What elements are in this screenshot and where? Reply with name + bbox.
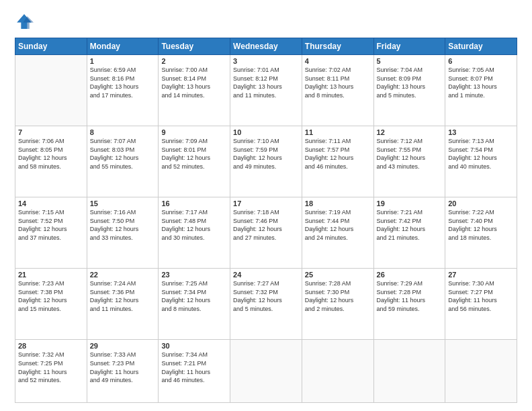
day-number: 1: [90, 57, 156, 65]
day-number: 20: [448, 199, 514, 208]
day-info: Sunrise: 7:15 AM Sunset: 7:52 PM Dayligh…: [18, 208, 84, 242]
day-info: Sunrise: 7:18 AM Sunset: 7:46 PM Dayligh…: [233, 208, 299, 242]
day-info: Sunrise: 7:21 AM Sunset: 7:42 PM Dayligh…: [377, 208, 443, 242]
day-info: Sunrise: 6:59 AM Sunset: 8:16 PM Dayligh…: [90, 66, 156, 99]
day-number: 29: [90, 342, 156, 350]
calendar-cell: 5Sunrise: 7:04 AM Sunset: 8:09 PM Daylig…: [373, 55, 445, 126]
day-number: 22: [90, 271, 156, 279]
day-number: 30: [161, 342, 227, 350]
day-info: Sunrise: 7:33 AM Sunset: 7:23 PM Dayligh…: [90, 351, 156, 384]
page: SundayMondayTuesdayWednesdayThursdayFrid…: [0, 0, 532, 411]
calendar-cell: [230, 340, 302, 403]
day-info: Sunrise: 7:17 AM Sunset: 7:48 PM Dayligh…: [161, 208, 227, 242]
calendar-cell: 16Sunrise: 7:17 AM Sunset: 7:48 PM Dayli…: [159, 197, 230, 269]
day-number: 27: [448, 271, 514, 279]
day-info: Sunrise: 7:05 AM Sunset: 8:07 PM Dayligh…: [448, 66, 514, 99]
calendar-cell: [373, 340, 445, 403]
calendar-cell: 8Sunrise: 7:07 AM Sunset: 8:03 PM Daylig…: [87, 126, 159, 197]
calendar-cell: 19Sunrise: 7:21 AM Sunset: 7:42 PM Dayli…: [373, 197, 445, 269]
calendar-cell: 23Sunrise: 7:25 AM Sunset: 7:34 PM Dayli…: [159, 269, 230, 340]
day-number: 19: [377, 199, 443, 208]
day-number: 14: [18, 199, 84, 208]
calendar: SundayMondayTuesdayWednesdayThursdayFrid…: [15, 38, 517, 403]
day-info: Sunrise: 7:30 AM Sunset: 7:27 PM Dayligh…: [448, 279, 514, 313]
calendar-week-4: 28Sunrise: 7:32 AM Sunset: 7:25 PM Dayli…: [15, 340, 517, 403]
day-number: 13: [448, 128, 514, 136]
calendar-cell: 2Sunrise: 7:00 AM Sunset: 8:14 PM Daylig…: [159, 55, 230, 126]
header: [15, 12, 517, 31]
day-number: 21: [18, 271, 84, 279]
day-info: Sunrise: 7:13 AM Sunset: 7:54 PM Dayligh…: [448, 137, 514, 171]
day-info: Sunrise: 7:16 AM Sunset: 7:50 PM Dayligh…: [90, 208, 156, 242]
calendar-cell: 7Sunrise: 7:06 AM Sunset: 8:05 PM Daylig…: [15, 126, 87, 197]
day-info: Sunrise: 7:02 AM Sunset: 8:11 PM Dayligh…: [305, 66, 371, 99]
calendar-week-1: 7Sunrise: 7:06 AM Sunset: 8:05 PM Daylig…: [15, 126, 517, 197]
day-number: 28: [18, 342, 84, 350]
day-number: 2: [161, 57, 227, 65]
day-info: Sunrise: 7:12 AM Sunset: 7:55 PM Dayligh…: [377, 137, 443, 171]
weekday-header-thursday: Thursday: [302, 38, 373, 55]
calendar-cell: 29Sunrise: 7:33 AM Sunset: 7:23 PM Dayli…: [87, 340, 159, 403]
day-number: 10: [233, 128, 299, 136]
weekday-header-tuesday: Tuesday: [159, 38, 230, 55]
calendar-cell: 24Sunrise: 7:27 AM Sunset: 7:32 PM Dayli…: [230, 269, 302, 340]
day-info: Sunrise: 7:01 AM Sunset: 8:12 PM Dayligh…: [233, 66, 299, 99]
weekday-header-sunday: Sunday: [15, 38, 87, 55]
day-number: 9: [161, 128, 227, 136]
day-info: Sunrise: 7:34 AM Sunset: 7:21 PM Dayligh…: [161, 351, 227, 384]
weekday-header-friday: Friday: [373, 38, 445, 55]
day-number: 26: [377, 271, 443, 279]
day-number: 4: [305, 57, 371, 65]
calendar-cell: 4Sunrise: 7:02 AM Sunset: 8:11 PM Daylig…: [302, 55, 373, 126]
calendar-cell: 3Sunrise: 7:01 AM Sunset: 8:12 PM Daylig…: [230, 55, 302, 126]
day-info: Sunrise: 7:06 AM Sunset: 8:05 PM Dayligh…: [18, 137, 84, 171]
day-info: Sunrise: 7:07 AM Sunset: 8:03 PM Dayligh…: [90, 137, 156, 171]
day-info: Sunrise: 7:04 AM Sunset: 8:09 PM Dayligh…: [377, 66, 443, 99]
calendar-cell: 11Sunrise: 7:11 AM Sunset: 7:57 PM Dayli…: [302, 126, 373, 197]
logo: [15, 12, 36, 31]
calendar-cell: [445, 340, 517, 403]
weekday-header-row: SundayMondayTuesdayWednesdayThursdayFrid…: [15, 38, 517, 55]
day-info: Sunrise: 7:11 AM Sunset: 7:57 PM Dayligh…: [305, 137, 371, 171]
calendar-cell: 26Sunrise: 7:29 AM Sunset: 7:28 PM Dayli…: [373, 269, 445, 340]
calendar-cell: 25Sunrise: 7:28 AM Sunset: 7:30 PM Dayli…: [302, 269, 373, 340]
day-number: 3: [233, 57, 299, 65]
day-info: Sunrise: 7:19 AM Sunset: 7:44 PM Dayligh…: [305, 208, 371, 242]
day-info: Sunrise: 7:10 AM Sunset: 7:59 PM Dayligh…: [233, 137, 299, 171]
calendar-cell: 1Sunrise: 6:59 AM Sunset: 8:16 PM Daylig…: [87, 55, 159, 126]
calendar-cell: 20Sunrise: 7:22 AM Sunset: 7:40 PM Dayli…: [445, 197, 517, 269]
calendar-cell: 17Sunrise: 7:18 AM Sunset: 7:46 PM Dayli…: [230, 197, 302, 269]
day-info: Sunrise: 7:22 AM Sunset: 7:40 PM Dayligh…: [448, 208, 514, 242]
calendar-cell: 21Sunrise: 7:23 AM Sunset: 7:38 PM Dayli…: [15, 269, 87, 340]
calendar-week-3: 21Sunrise: 7:23 AM Sunset: 7:38 PM Dayli…: [15, 269, 517, 340]
day-info: Sunrise: 7:25 AM Sunset: 7:34 PM Dayligh…: [161, 279, 227, 313]
weekday-header-monday: Monday: [87, 38, 159, 55]
day-number: 17: [233, 199, 299, 208]
day-number: 8: [90, 128, 156, 136]
calendar-cell: 22Sunrise: 7:24 AM Sunset: 7:36 PM Dayli…: [87, 269, 159, 340]
day-info: Sunrise: 7:28 AM Sunset: 7:30 PM Dayligh…: [305, 279, 371, 313]
calendar-cell: 18Sunrise: 7:19 AM Sunset: 7:44 PM Dayli…: [302, 197, 373, 269]
calendar-cell: 12Sunrise: 7:12 AM Sunset: 7:55 PM Dayli…: [373, 126, 445, 197]
day-info: Sunrise: 7:09 AM Sunset: 8:01 PM Dayligh…: [161, 137, 227, 171]
day-number: 16: [161, 199, 227, 208]
weekday-header-saturday: Saturday: [445, 38, 517, 55]
day-number: 5: [377, 57, 443, 65]
logo-icon: [15, 12, 34, 31]
calendar-cell: 30Sunrise: 7:34 AM Sunset: 7:21 PM Dayli…: [159, 340, 230, 403]
calendar-cell: 13Sunrise: 7:13 AM Sunset: 7:54 PM Dayli…: [445, 126, 517, 197]
calendar-cell: 6Sunrise: 7:05 AM Sunset: 8:07 PM Daylig…: [445, 55, 517, 126]
day-number: 25: [305, 271, 371, 279]
day-number: 24: [233, 271, 299, 279]
calendar-cell: 28Sunrise: 7:32 AM Sunset: 7:25 PM Dayli…: [15, 340, 87, 403]
weekday-header-wednesday: Wednesday: [230, 38, 302, 55]
calendar-cell: 9Sunrise: 7:09 AM Sunset: 8:01 PM Daylig…: [159, 126, 230, 197]
calendar-cell: 27Sunrise: 7:30 AM Sunset: 7:27 PM Dayli…: [445, 269, 517, 340]
calendar-week-2: 14Sunrise: 7:15 AM Sunset: 7:52 PM Dayli…: [15, 197, 517, 269]
day-info: Sunrise: 7:00 AM Sunset: 8:14 PM Dayligh…: [161, 66, 227, 99]
day-number: 15: [90, 199, 156, 208]
calendar-cell: [302, 340, 373, 403]
day-info: Sunrise: 7:32 AM Sunset: 7:25 PM Dayligh…: [18, 351, 84, 384]
day-info: Sunrise: 7:29 AM Sunset: 7:28 PM Dayligh…: [377, 279, 443, 313]
calendar-week-0: 1Sunrise: 6:59 AM Sunset: 8:16 PM Daylig…: [15, 55, 517, 126]
